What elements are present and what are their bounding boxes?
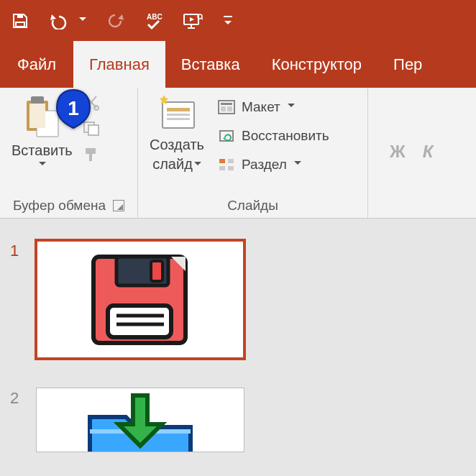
svg-rect-5: [224, 16, 232, 17]
layout-button[interactable]: Макет: [214, 96, 332, 118]
svg-rect-15: [89, 154, 92, 161]
svg-rect-28: [228, 166, 234, 170]
italic-button[interactable]: К: [423, 142, 434, 162]
slide-thumbnail-2[interactable]: [36, 388, 244, 452]
slide-number-1: 1: [10, 240, 23, 359]
svg-rect-22: [221, 106, 226, 111]
save-icon[interactable]: [12, 12, 29, 29]
svg-rect-14: [86, 148, 96, 154]
svg-rect-27: [219, 166, 225, 170]
slide-number-2: 2: [10, 388, 23, 452]
group-clipboard-label: Буфер обмена: [9, 195, 129, 215]
svg-rect-21: [221, 103, 232, 105]
svg-rect-18: [167, 114, 190, 116]
group-slides-label: Слайды: [147, 195, 359, 215]
slide-row-1[interactable]: 1: [10, 240, 476, 359]
tab-insert[interactable]: Вставка: [165, 41, 256, 88]
svg-rect-26: [228, 159, 234, 163]
paste-dropdown-icon: [39, 162, 46, 169]
undo-dropdown-icon[interactable]: [78, 14, 86, 28]
qat-customize-icon[interactable]: [223, 14, 233, 27]
undo-icon[interactable]: [49, 12, 70, 29]
slide-thumbnails-panel: 1 2: [0, 219, 476, 452]
tab-transitions[interactable]: Пер: [377, 41, 438, 88]
callout-badge-1: 1: [55, 88, 92, 129]
section-button[interactable]: Раздел: [214, 154, 332, 175]
svg-rect-0: [16, 22, 24, 27]
svg-rect-17: [167, 108, 190, 111]
slide-thumbnail-1[interactable]: [36, 240, 244, 359]
new-slide-label-1: Создать: [150, 137, 204, 153]
reset-button[interactable]: Восстановить: [214, 125, 332, 147]
new-slide-icon: [157, 93, 197, 134]
tab-file[interactable]: Файл: [0, 41, 73, 88]
svg-text:1: 1: [68, 97, 79, 119]
reset-icon: [217, 127, 236, 145]
redo-icon[interactable]: [106, 12, 124, 29]
new-slide-dropdown-icon: [194, 162, 201, 169]
svg-rect-25: [219, 159, 225, 163]
new-slide-label-2: слайд: [152, 156, 193, 172]
svg-rect-23: [227, 106, 232, 111]
group-slides: Создать слайд Макет Восстановить: [138, 88, 368, 218]
tab-home[interactable]: Главная: [73, 41, 165, 88]
tab-design[interactable]: Конструктор: [256, 41, 377, 88]
section-icon: [217, 155, 236, 174]
folder-download-icon: [75, 388, 205, 452]
paste-label: Вставить: [12, 142, 73, 159]
svg-rect-32: [151, 261, 163, 281]
svg-rect-1: [17, 14, 23, 18]
svg-rect-19: [167, 118, 190, 120]
format-painter-icon[interactable]: [83, 147, 100, 163]
layout-icon: [217, 98, 236, 116]
slideshow-icon[interactable]: [183, 12, 203, 29]
ribbon-tabs: Файл Главная Вставка Конструктор Пер: [0, 41, 476, 88]
clipboard-launcher-icon[interactable]: [113, 200, 124, 211]
group-font: Ж К: [368, 88, 476, 218]
layout-dropdown-icon: [288, 104, 295, 111]
spellcheck-icon[interactable]: ABC: [144, 12, 163, 30]
section-dropdown-icon: [294, 161, 301, 168]
svg-rect-9: [29, 104, 45, 128]
floppy-disk-icon: [86, 250, 194, 350]
slide-row-2[interactable]: 2: [10, 388, 476, 452]
new-slide-button[interactable]: Создать слайд: [147, 92, 207, 174]
svg-rect-7: [31, 96, 44, 104]
quick-access-toolbar: ABC: [0, 0, 476, 41]
svg-rect-33: [108, 306, 171, 337]
svg-text:ABC: ABC: [147, 13, 163, 21]
bold-button[interactable]: Ж: [390, 142, 406, 162]
